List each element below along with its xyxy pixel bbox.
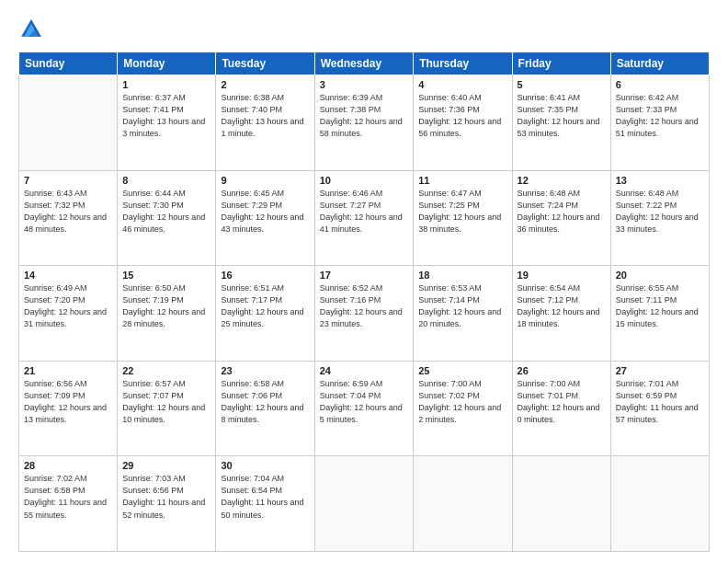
calendar-cell: 26Sunrise: 7:00 AMSunset: 7:01 PMDayligh…	[512, 361, 610, 456]
calendar-cell: 7Sunrise: 6:43 AMSunset: 7:32 PMDaylight…	[19, 170, 118, 266]
calendar-week-row: 1Sunrise: 6:37 AMSunset: 7:41 PMDaylight…	[19, 75, 710, 171]
day-number: 21	[24, 365, 112, 376]
day-number: 28	[24, 460, 112, 471]
day-number: 23	[221, 365, 309, 376]
day-number: 7	[24, 175, 112, 186]
day-info: Sunrise: 6:42 AMSunset: 7:33 PMDaylight:…	[616, 92, 704, 140]
day-number: 13	[616, 175, 704, 186]
day-info: Sunrise: 6:52 AMSunset: 7:16 PMDaylight:…	[320, 282, 409, 330]
day-number: 26	[518, 365, 606, 376]
day-info: Sunrise: 6:56 AMSunset: 7:09 PMDaylight:…	[24, 378, 112, 426]
day-number: 17	[320, 270, 409, 281]
day-info: Sunrise: 7:04 AMSunset: 6:54 PMDaylight:…	[221, 473, 309, 521]
logo	[18, 17, 48, 42]
day-info: Sunrise: 6:50 AMSunset: 7:19 PMDaylight:…	[122, 282, 210, 330]
calendar-cell: 11Sunrise: 6:47 AMSunset: 7:25 PMDayligh…	[414, 170, 512, 266]
calendar-cell: 4Sunrise: 6:40 AMSunset: 7:36 PMDaylight…	[414, 75, 512, 171]
day-info: Sunrise: 6:48 AMSunset: 7:22 PMDaylight:…	[616, 188, 704, 236]
day-number: 8	[122, 175, 210, 186]
day-number: 30	[221, 460, 309, 471]
calendar-cell: 1Sunrise: 6:37 AMSunset: 7:41 PMDaylight…	[118, 75, 216, 171]
day-of-week-header: Friday	[512, 52, 610, 75]
day-of-week-header: Wednesday	[314, 52, 414, 75]
day-number: 19	[518, 270, 606, 281]
day-number: 18	[418, 270, 506, 281]
header	[18, 17, 710, 42]
calendar-cell: 15Sunrise: 6:50 AMSunset: 7:19 PMDayligh…	[118, 266, 216, 362]
day-of-week-header: Tuesday	[216, 52, 314, 75]
day-of-week-header: Monday	[118, 52, 216, 75]
calendar-week-row: 28Sunrise: 7:02 AMSunset: 6:58 PMDayligh…	[19, 456, 710, 552]
day-of-week-header: Thursday	[414, 52, 512, 75]
day-info: Sunrise: 6:54 AMSunset: 7:12 PMDaylight:…	[518, 282, 606, 330]
day-info: Sunrise: 6:51 AMSunset: 7:17 PMDaylight:…	[221, 282, 309, 330]
calendar-cell: 28Sunrise: 7:02 AMSunset: 6:58 PMDayligh…	[19, 456, 118, 552]
day-info: Sunrise: 6:48 AMSunset: 7:24 PMDaylight:…	[518, 188, 606, 236]
calendar-cell	[512, 456, 610, 552]
day-number: 2	[221, 79, 309, 90]
calendar-header-row: SundayMondayTuesdayWednesdayThursdayFrid…	[19, 52, 710, 75]
calendar-cell: 25Sunrise: 7:00 AMSunset: 7:02 PMDayligh…	[414, 361, 512, 456]
calendar-cell: 30Sunrise: 7:04 AMSunset: 6:54 PMDayligh…	[216, 456, 314, 552]
calendar-cell: 21Sunrise: 6:56 AMSunset: 7:09 PMDayligh…	[19, 361, 118, 456]
day-number: 11	[418, 175, 506, 186]
day-number: 15	[122, 270, 210, 281]
calendar-table: SundayMondayTuesdayWednesdayThursdayFrid…	[18, 52, 710, 552]
day-number: 1	[122, 79, 210, 90]
day-number: 5	[518, 79, 606, 90]
day-info: Sunrise: 6:41 AMSunset: 7:35 PMDaylight:…	[518, 92, 606, 140]
calendar-cell: 16Sunrise: 6:51 AMSunset: 7:17 PMDayligh…	[216, 266, 314, 362]
day-info: Sunrise: 6:44 AMSunset: 7:30 PMDaylight:…	[122, 188, 210, 236]
calendar-week-row: 14Sunrise: 6:49 AMSunset: 7:20 PMDayligh…	[19, 266, 710, 362]
calendar-cell: 3Sunrise: 6:39 AMSunset: 7:38 PMDaylight…	[314, 75, 414, 171]
day-number: 12	[518, 175, 606, 186]
day-info: Sunrise: 7:03 AMSunset: 6:56 PMDaylight:…	[122, 473, 210, 521]
day-info: Sunrise: 6:53 AMSunset: 7:14 PMDaylight:…	[418, 282, 506, 330]
day-number: 25	[418, 365, 506, 376]
calendar-cell: 10Sunrise: 6:46 AMSunset: 7:27 PMDayligh…	[314, 170, 414, 266]
day-of-week-header: Saturday	[610, 52, 709, 75]
calendar-cell: 9Sunrise: 6:45 AMSunset: 7:29 PMDaylight…	[216, 170, 314, 266]
day-number: 9	[221, 175, 309, 186]
day-info: Sunrise: 6:49 AMSunset: 7:20 PMDaylight:…	[24, 282, 112, 330]
calendar-cell: 24Sunrise: 6:59 AMSunset: 7:04 PMDayligh…	[314, 361, 414, 456]
calendar-cell: 20Sunrise: 6:55 AMSunset: 7:11 PMDayligh…	[610, 266, 709, 362]
day-info: Sunrise: 6:40 AMSunset: 7:36 PMDaylight:…	[418, 92, 506, 140]
calendar-cell: 22Sunrise: 6:57 AMSunset: 7:07 PMDayligh…	[118, 361, 216, 456]
day-number: 24	[320, 365, 409, 376]
day-info: Sunrise: 7:00 AMSunset: 7:01 PMDaylight:…	[518, 378, 606, 426]
calendar-cell	[414, 456, 512, 552]
day-number: 10	[320, 175, 409, 186]
day-info: Sunrise: 6:57 AMSunset: 7:07 PMDaylight:…	[122, 378, 210, 426]
calendar-cell: 19Sunrise: 6:54 AMSunset: 7:12 PMDayligh…	[512, 266, 610, 362]
day-number: 16	[221, 270, 309, 281]
calendar-cell: 12Sunrise: 6:48 AMSunset: 7:24 PMDayligh…	[512, 170, 610, 266]
day-number: 6	[616, 79, 704, 90]
day-number: 14	[24, 270, 112, 281]
calendar-cell: 8Sunrise: 6:44 AMSunset: 7:30 PMDaylight…	[118, 170, 216, 266]
calendar-cell: 23Sunrise: 6:58 AMSunset: 7:06 PMDayligh…	[216, 361, 314, 456]
day-info: Sunrise: 6:58 AMSunset: 7:06 PMDaylight:…	[221, 378, 309, 426]
calendar-cell: 2Sunrise: 6:38 AMSunset: 7:40 PMDaylight…	[216, 75, 314, 171]
day-info: Sunrise: 6:38 AMSunset: 7:40 PMDaylight:…	[221, 92, 309, 140]
day-number: 27	[616, 365, 704, 376]
day-info: Sunrise: 6:59 AMSunset: 7:04 PMDaylight:…	[320, 378, 409, 426]
day-info: Sunrise: 6:46 AMSunset: 7:27 PMDaylight:…	[320, 188, 409, 236]
calendar-cell: 6Sunrise: 6:42 AMSunset: 7:33 PMDaylight…	[610, 75, 709, 171]
day-number: 20	[616, 270, 704, 281]
calendar-week-row: 7Sunrise: 6:43 AMSunset: 7:32 PMDaylight…	[19, 170, 710, 266]
day-info: Sunrise: 6:45 AMSunset: 7:29 PMDaylight:…	[221, 188, 309, 236]
day-info: Sunrise: 6:37 AMSunset: 7:41 PMDaylight:…	[122, 92, 210, 140]
calendar-cell: 13Sunrise: 6:48 AMSunset: 7:22 PMDayligh…	[610, 170, 709, 266]
calendar-cell: 18Sunrise: 6:53 AMSunset: 7:14 PMDayligh…	[414, 266, 512, 362]
calendar-cell: 29Sunrise: 7:03 AMSunset: 6:56 PMDayligh…	[118, 456, 216, 552]
day-info: Sunrise: 7:02 AMSunset: 6:58 PMDaylight:…	[24, 473, 112, 521]
day-number: 22	[122, 365, 210, 376]
day-info: Sunrise: 6:43 AMSunset: 7:32 PMDaylight:…	[24, 188, 112, 236]
day-info: Sunrise: 6:39 AMSunset: 7:38 PMDaylight:…	[320, 92, 409, 140]
day-info: Sunrise: 6:55 AMSunset: 7:11 PMDaylight:…	[616, 282, 704, 330]
day-number: 29	[122, 460, 210, 471]
day-number: 3	[320, 79, 409, 90]
day-info: Sunrise: 7:00 AMSunset: 7:02 PMDaylight:…	[418, 378, 506, 426]
day-info: Sunrise: 7:01 AMSunset: 6:59 PMDaylight:…	[616, 378, 704, 426]
